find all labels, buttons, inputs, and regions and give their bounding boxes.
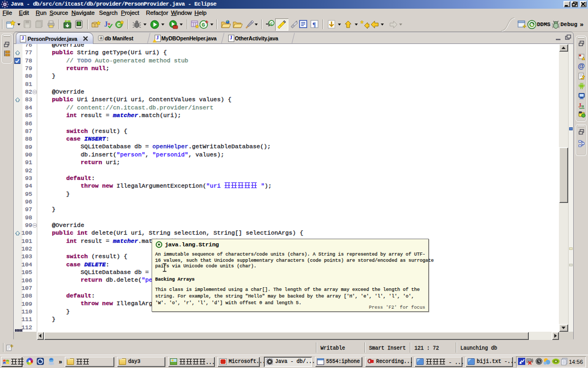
svg-text:G: G [202,22,205,28]
svg-text:u: u [108,21,110,26]
svg-text:u: u [581,103,584,108]
svg-text:C: C [117,22,121,28]
svg-text:J: J [104,20,108,28]
svg-text:¶: ¶ [312,20,316,28]
svg-text:C: C [271,21,273,26]
